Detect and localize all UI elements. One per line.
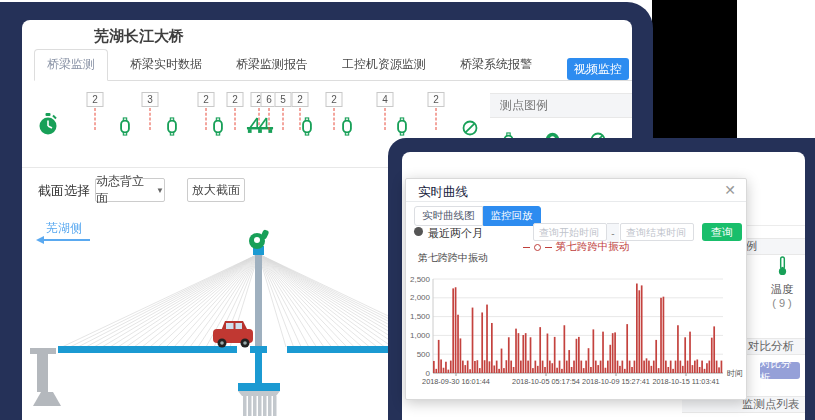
curve-window-page: 测点图例 温度 ( 9 ) 对比分析 对比分析 监测点列表 实时曲线 ✕ 实时曲… [402, 152, 805, 420]
alarm-dash-line [95, 108, 96, 130]
desktop-black-region [652, 0, 737, 143]
svg-text:2,500: 2,500 [410, 275, 431, 284]
main-tab-bar: 桥梁监测 桥梁实时数据 桥梁监测报告 工控机资源监测 桥梁系统报警 [34, 53, 632, 81]
temperature-legend-item[interactable]: 温度 ( 9 ) [754, 256, 810, 309]
car-on-bridge [213, 321, 253, 348]
alarm-dash-line [206, 108, 207, 130]
sensor-count-badge: 5 [275, 92, 292, 107]
temperature-count: ( 9 ) [754, 297, 810, 309]
sensor-count-badge: 2 [227, 92, 244, 107]
last-two-months-label: 最近两个月 [428, 226, 483, 241]
chain-sensor-icon[interactable] [212, 117, 225, 140]
alarm-dash-line [436, 108, 437, 130]
alarm-dash-line [334, 108, 335, 130]
sensor-count-badge: 2 [87, 92, 104, 107]
svg-text:500: 500 [417, 350, 431, 359]
svg-text:2,000: 2,000 [410, 293, 431, 302]
svg-text:2018-09-30 16:01:44: 2018-09-30 16:01:44 [422, 377, 490, 386]
tab-realtime-data[interactable]: 桥梁实时数据 [118, 50, 214, 80]
close-icon[interactable]: ✕ [724, 182, 736, 198]
point-legend-title: 测点图例 [490, 93, 632, 118]
svg-text:1,000: 1,000 [410, 331, 431, 340]
alarm-dash-line [150, 108, 151, 130]
alarm-dash-line [385, 108, 386, 130]
alarm-dash-line [269, 108, 270, 130]
enlarge-section-button[interactable]: 放大截面 [187, 178, 245, 202]
svg-text:2018-10-15 11:03:41: 2018-10-15 11:03:41 [652, 377, 719, 386]
legend-marker-icon [534, 244, 541, 251]
thermometer-icon [776, 262, 789, 279]
truss-sensor-icon[interactable] [246, 115, 274, 138]
query-row: 最近两个月 - 查询 [406, 223, 746, 241]
ban-sensor-icon[interactable] [462, 120, 478, 140]
query-end-time-input[interactable] [620, 223, 694, 241]
video-monitor-button[interactable]: 视频监控 [567, 58, 629, 80]
tab-ipc-resource[interactable]: 工控机资源监测 [330, 50, 438, 80]
realtime-curve-modal: 实时曲线 ✕ 实时曲线图 监控回放 最近两个月 - 查询 [405, 178, 747, 400]
sensor-count-badge: 4 [377, 92, 394, 107]
modal-header: 实时曲线 ✕ [406, 179, 746, 202]
svg-text:2018-10-05 05:17:54: 2018-10-05 05:17:54 [512, 377, 580, 386]
sensor-count-badge: 2 [326, 92, 343, 107]
tab-monitor-report[interactable]: 桥梁监测报告 [224, 50, 320, 80]
chevron-down-icon: ▼ [156, 186, 164, 195]
chain-sensor-icon[interactable] [396, 117, 409, 140]
svg-text:时间: 时间 [727, 369, 743, 378]
vibration-chart[interactable]: 05001,0001,5002,0002,5002018-09-30 16:01… [409, 263, 743, 397]
compare-analysis-button[interactable]: 对比分析 [760, 362, 800, 379]
legend-line-icon [545, 247, 552, 248]
tab-system-alarm[interactable]: 桥梁系统报警 [448, 50, 544, 80]
query-start-time-input[interactable] [533, 223, 607, 241]
bridge-pier [30, 348, 61, 406]
chain-sensor-icon[interactable] [301, 117, 314, 140]
legend-line-icon [523, 247, 530, 248]
screenshot-stage: 芜湖长江大桥 桥梁监测 桥梁实时数据 桥梁监测报告 工控机资源监测 桥梁系统报警… [0, 0, 815, 420]
section-select-value: 动态背立面 [96, 173, 151, 207]
clock-sensor-icon[interactable] [38, 113, 59, 140]
sensor-count-badge: 2 [198, 92, 215, 107]
tower-camera-icon[interactable] [249, 229, 269, 249]
query-button[interactable]: 查询 [702, 223, 742, 241]
sensor-count-badge: 2 [428, 92, 445, 107]
temperature-label: 温度 [754, 282, 810, 297]
section-select-dropdown[interactable]: 动态背立面 ▼ [95, 178, 165, 202]
svg-text:2018-10-09 15:27:41: 2018-10-09 15:27:41 [582, 377, 650, 386]
alarm-dash-line [235, 108, 236, 130]
last-two-months-radio[interactable] [414, 227, 423, 236]
page-title: 芜湖长江大桥 [94, 27, 184, 46]
curve-window: 测点图例 温度 ( 9 ) 对比分析 对比分析 监测点列表 实时曲线 ✕ 实时曲… [388, 138, 815, 420]
sensor-count-badge: 2 [292, 92, 309, 107]
chain-sensor-icon[interactable] [166, 117, 179, 140]
modal-title: 实时曲线 [418, 184, 468, 201]
legend-label: 第七跨跨中振动 [556, 240, 630, 254]
tab-bridge-monitor[interactable]: 桥梁监测 [34, 49, 108, 81]
sensor-count-badge: 3 [142, 92, 159, 107]
chain-sensor-icon[interactable] [341, 117, 354, 140]
section-select-label: 截面选择： [38, 182, 103, 200]
alarm-dash-line [283, 108, 284, 130]
svg-text:1,500: 1,500 [410, 312, 431, 321]
chain-sensor-icon[interactable] [119, 117, 132, 140]
